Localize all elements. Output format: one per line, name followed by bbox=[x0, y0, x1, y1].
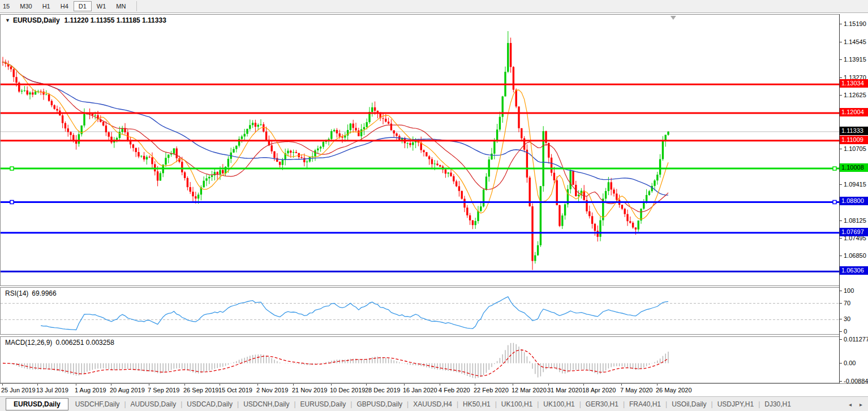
price-axis-tick-mark bbox=[840, 220, 842, 221]
time-axis-tick-mark bbox=[76, 384, 76, 386]
price-badge-1.13034: 1.13034 bbox=[840, 79, 868, 88]
time-axis-tick-mark bbox=[184, 384, 185, 386]
timeframe-button-15[interactable]: 15 bbox=[0, 1, 15, 11]
price-badge-1.12004: 1.12004 bbox=[840, 108, 868, 116]
date-label: 18 Apr 2020 bbox=[582, 387, 616, 393]
chart-tab-uk100-10[interactable]: UK100,H1 bbox=[539, 400, 579, 408]
price-axis-tick: 1.14545 bbox=[844, 38, 866, 46]
timeframe-button-mn[interactable]: MN bbox=[111, 1, 131, 11]
time-axis-tick-mark bbox=[513, 384, 513, 386]
time-axis-tick-mark bbox=[111, 384, 111, 386]
rsi-axis-tick-mark bbox=[840, 331, 842, 332]
time-axis-tick-mark bbox=[548, 384, 549, 386]
chart-ohlc-values: 1.11220 1.11355 1.11185 1.11333 bbox=[65, 16, 166, 24]
chart-tab-gbpusd-6[interactable]: GBPUSD,Daily bbox=[352, 400, 407, 408]
chart-tab-usoil-13[interactable]: USOil,Daily bbox=[667, 400, 711, 408]
price-badge-1.11009: 1.11009 bbox=[840, 136, 868, 144]
chart-tab-ger30-11[interactable]: GER30,H1 bbox=[581, 400, 623, 408]
rsi-axis-tick-mark bbox=[840, 319, 842, 319]
tab-scroll-arrows: ◂ ▸ bbox=[849, 397, 862, 411]
chart-tab-hk50-8[interactable]: HK50,H1 bbox=[458, 400, 495, 408]
price-axis: 1.151901.145451.139151.132701.126251.107… bbox=[840, 14, 868, 383]
chart-tab-eurusd-5[interactable]: EURUSD,Daily bbox=[296, 400, 351, 408]
time-axis-tick-mark bbox=[2, 384, 3, 386]
rsi-indicator-pane[interactable]: RSI(14)69.9966 bbox=[0, 287, 839, 335]
date-label: 13 Jul 2019 bbox=[36, 387, 68, 393]
price-axis-tick: 1.13915 bbox=[844, 55, 866, 63]
time-axis-tick-mark bbox=[657, 384, 658, 386]
rsi-svg bbox=[1, 288, 840, 335]
chart-tab-audusd-2[interactable]: AUDUSD,Daily bbox=[126, 400, 181, 408]
price-chart-svg bbox=[1, 15, 840, 287]
chart-tab-bar: EURUSD,DailyUSDCHF,Daily|AUDUSD,Daily|US… bbox=[0, 396, 868, 411]
price-badge-1.07697: 1.07697 bbox=[840, 228, 868, 236]
tab-scroll-left-icon[interactable]: ◂ bbox=[849, 401, 852, 408]
price-axis-tick-mark bbox=[840, 184, 842, 185]
rsi-axis-tick-mark bbox=[840, 291, 842, 291]
rsi-line-layer bbox=[41, 297, 668, 330]
chart-tab-eurusd-active[interactable]: EURUSD,Daily bbox=[6, 398, 68, 410]
timeframe-button-m30[interactable]: M30 bbox=[15, 1, 37, 11]
price-axis-tick: 1.08125 bbox=[844, 217, 866, 224]
rsi-axis-tick-mark bbox=[840, 303, 842, 304]
time-axis-tick-mark bbox=[583, 384, 584, 386]
tab-scroll-right-icon[interactable]: ▸ bbox=[860, 401, 862, 408]
chart-tab-usdjpy-14[interactable]: USDJPY,H1 bbox=[713, 400, 758, 408]
chart-symbol-label: EURUSD,Daily bbox=[13, 16, 60, 24]
time-axis-tick-mark bbox=[621, 384, 622, 386]
date-label: 16 Jan 2020 bbox=[403, 387, 437, 393]
date-label: 10 Dec 2019 bbox=[330, 387, 365, 393]
current-price-badge: 1.11333 bbox=[840, 127, 868, 135]
macd-axis-tick-mark bbox=[840, 363, 842, 364]
chart-tab-usdcnh-4[interactable]: USDCNH,Daily bbox=[239, 400, 294, 408]
chart-tab-usdcad-3[interactable]: USDCAD,Daily bbox=[182, 400, 237, 408]
date-label: 31 Mar 2020 bbox=[547, 387, 582, 393]
horizontal-lines-layer[interactable] bbox=[1, 84, 840, 271]
price-axis-tick-mark bbox=[840, 95, 842, 96]
price-badge-1.08800: 1.08800 bbox=[840, 197, 868, 205]
price-axis-tick: 1.15190 bbox=[844, 20, 866, 28]
timeframe-button-w1[interactable]: W1 bbox=[92, 1, 111, 11]
price-badge-1.06306: 1.06306 bbox=[840, 266, 868, 275]
chart-shift-marker-icon bbox=[671, 16, 676, 20]
price-axis-tick-mark bbox=[840, 77, 842, 78]
macd-values: 0.006251 0.003258 bbox=[55, 339, 114, 347]
price-axis-tick-mark bbox=[840, 24, 842, 24]
rsi-axis-tick: 30 bbox=[844, 315, 850, 323]
rsi-axis-tick: 0 bbox=[844, 327, 847, 335]
chart-tab-fra40-12[interactable]: FRA40,H1 bbox=[625, 400, 665, 408]
price-axis-tick-mark bbox=[840, 59, 842, 60]
macd-svg bbox=[1, 337, 840, 384]
date-label: 20 Aug 2019 bbox=[110, 387, 145, 393]
time-axis-tick-mark bbox=[293, 384, 294, 386]
price-axis-tick-mark bbox=[840, 149, 842, 149]
time-axis-tick-mark bbox=[440, 384, 440, 386]
date-label: 15 Oct 2019 bbox=[218, 387, 252, 393]
timeframe-button-d1[interactable]: D1 bbox=[74, 1, 92, 11]
macd-indicator-pane[interactable]: MACD(12,26,9)0.006251 0.003258 bbox=[0, 336, 839, 383]
date-label: 7 Sep 2019 bbox=[148, 387, 179, 393]
chart-tab-uk100-9[interactable]: UK100,H1 bbox=[497, 400, 537, 408]
price-badge-1.10008: 1.10008 bbox=[840, 163, 868, 172]
date-label: 26 Sep 2019 bbox=[183, 387, 218, 393]
rsi-name: RSI(14) bbox=[5, 289, 28, 297]
rsi-axis-tick: 100 bbox=[844, 287, 854, 295]
macd-label: MACD(12,26,9)0.006251 0.003258 bbox=[5, 339, 114, 347]
price-axis-tick: 1.09415 bbox=[844, 180, 866, 188]
price-axis-tick-mark bbox=[840, 238, 842, 239]
main-chart-pane[interactable]: ▼EURUSD,Daily1.11220 1.11355 1.11185 1.1… bbox=[0, 14, 839, 286]
rsi-value: 69.9966 bbox=[32, 289, 56, 297]
timeframe-toolbar: 15M30H1H4D1W1MN bbox=[0, 0, 868, 13]
macd-axis-tick: 0.011277 bbox=[844, 335, 868, 343]
price-axis-tick-mark bbox=[840, 256, 842, 256]
symbol-dropdown-icon[interactable]: ▼ bbox=[5, 18, 10, 23]
time-axis-tick-mark bbox=[257, 384, 258, 386]
chart-tab-usdchf-1[interactable]: USDCHF,Daily bbox=[71, 400, 124, 408]
time-axis-tick-mark bbox=[404, 384, 405, 386]
timeframe-button-h4[interactable]: H4 bbox=[55, 1, 74, 11]
timeframe-button-h1[interactable]: H1 bbox=[37, 1, 55, 11]
chart-tab-xauusd-7[interactable]: XAUUSD,H4 bbox=[409, 400, 457, 408]
date-label: 4 Feb 2020 bbox=[439, 387, 470, 393]
date-label: 7 May 2020 bbox=[620, 387, 652, 393]
chart-tab-dj30-15[interactable]: DJ30,H1 bbox=[760, 400, 796, 408]
